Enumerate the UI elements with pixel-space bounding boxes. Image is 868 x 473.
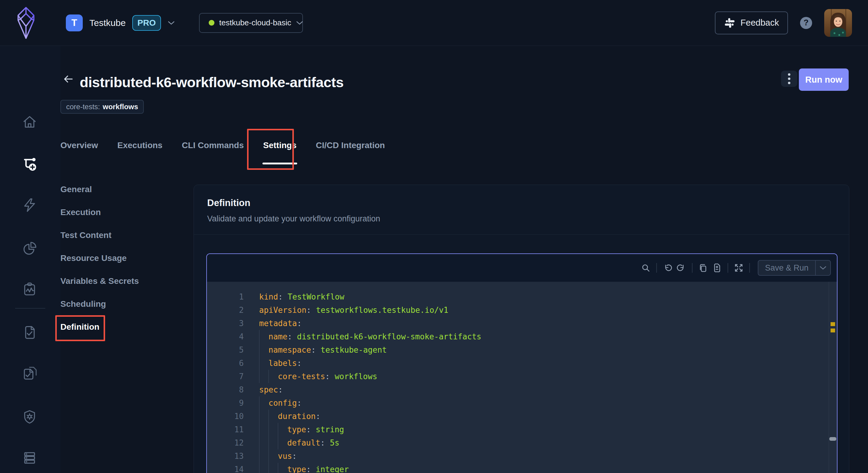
yaml-key: type <box>287 465 306 473</box>
home-icon <box>22 114 37 130</box>
panel-subtitle: Validate and update your workflow config… <box>207 214 836 224</box>
settings-nav-scheduling[interactable]: Scheduling <box>60 299 139 309</box>
code-line[interactable]: 5namespace:testkube-agent <box>207 343 837 357</box>
line-number: 8 <box>207 385 244 394</box>
code-line[interactable]: 8spec: <box>207 383 837 396</box>
sidebar-item-tests[interactable] <box>21 324 38 341</box>
paste-diff-icon[interactable] <box>710 261 724 275</box>
yaml-key: default <box>287 438 320 447</box>
colon: : <box>287 332 292 341</box>
colon: : <box>278 292 283 301</box>
org-switcher[interactable]: T Testkube PRO <box>66 14 175 31</box>
code-line[interactable]: 14type:integer <box>207 463 837 473</box>
sidebar <box>0 46 60 473</box>
sidebar-item-test-suites[interactable] <box>21 365 38 381</box>
line-number: 6 <box>207 359 244 368</box>
yaml-editor: Save & Run 1kind:TestWorkflow 2apiVersio… <box>206 254 837 473</box>
code-area[interactable]: 1kind:TestWorkflow 2apiVersion:testworkf… <box>207 282 837 473</box>
code-line[interactable]: 2apiVersion:testworkflows.testkube.io/v1 <box>207 303 837 317</box>
arrow-left-icon <box>63 73 74 85</box>
colon: : <box>292 451 297 461</box>
settings-nav-variables-secrets[interactable]: Variables & Secrets <box>60 276 139 286</box>
settings-nav-resource-usage[interactable]: Resource Usage <box>60 254 139 263</box>
code-line[interactable]: 13vus: <box>207 449 837 463</box>
colon: : <box>297 399 302 408</box>
sidebar-item-triggers[interactable] <box>21 197 38 213</box>
page-title: distributed-k6-workflow-smoke-artifacts <box>80 74 344 91</box>
run-now-button[interactable]: Run now <box>799 68 849 91</box>
sidebar-item-add-workflow[interactable] <box>21 155 38 172</box>
yaml-key: labels <box>269 359 297 368</box>
tab-settings[interactable]: Settings <box>263 141 296 164</box>
slack-icon <box>724 17 736 29</box>
line-number: 7 <box>207 372 244 381</box>
editor-overview-ruler[interactable] <box>829 282 837 473</box>
chevron-down-icon <box>819 266 827 270</box>
fullscreen-icon[interactable] <box>732 261 746 275</box>
yaml-key: name <box>269 332 287 341</box>
back-button[interactable] <box>62 72 75 86</box>
line-number: 4 <box>207 332 244 341</box>
sidebar-item-services[interactable] <box>21 449 38 466</box>
environment-selector[interactable]: testkube-cloud-basic <box>199 13 303 33</box>
tab-cli-commands[interactable]: CLI Commands <box>182 141 244 164</box>
yaml-value: workflows <box>335 372 377 381</box>
clipboard-pulse-icon <box>22 281 37 297</box>
line-number: 9 <box>207 399 244 408</box>
testkube-logo-icon[interactable] <box>16 6 36 39</box>
code-line[interactable]: 10duration: <box>207 410 837 423</box>
more-actions-button[interactable] <box>781 71 797 87</box>
documents-stack-icon <box>22 365 37 381</box>
search-icon[interactable] <box>639 261 653 275</box>
settings-nav-execution[interactable]: Execution <box>60 207 139 217</box>
colon: : <box>306 465 311 473</box>
line-number: 10 <box>207 412 244 421</box>
tab-cicd-integration[interactable]: CI/CD Integration <box>316 141 385 164</box>
code-line[interactable]: 3metadata: <box>207 317 837 330</box>
line-number: 11 <box>207 425 244 434</box>
line-number: 14 <box>207 465 244 473</box>
settings-nav-definition[interactable]: Definition <box>60 322 139 332</box>
code-line[interactable]: 4name:distributed-k6-workflow-smoke-arti… <box>207 330 837 343</box>
sidebar-item-home[interactable] <box>21 114 38 131</box>
sidebar-item-insights[interactable] <box>21 240 38 257</box>
code-line[interactable]: 11type:string <box>207 423 837 436</box>
redo-icon[interactable] <box>674 261 688 275</box>
code-line[interactable]: 7core-tests:workflows <box>207 370 837 383</box>
server-stack-icon <box>22 450 37 466</box>
help-icon[interactable]: ? <box>800 17 812 29</box>
tab-overview[interactable]: Overview <box>60 141 98 164</box>
scrollbar-thumb[interactable] <box>829 437 836 441</box>
lightning-icon <box>22 197 37 213</box>
code-line[interactable]: 12default:5s <box>207 436 837 449</box>
plan-badge: PRO <box>132 15 161 31</box>
undo-icon[interactable] <box>660 261 674 275</box>
colon: : <box>278 385 283 394</box>
code-line[interactable]: 1kind:TestWorkflow <box>207 290 837 303</box>
line-number: 1 <box>207 292 244 301</box>
colon: : <box>316 412 320 421</box>
save-and-run-button[interactable]: Save & Run <box>758 260 831 276</box>
yaml-value: 5s <box>330 438 339 447</box>
sidebar-item-agents[interactable] <box>21 408 38 425</box>
save-and-run-label: Save & Run <box>758 261 815 275</box>
save-options-chevron[interactable] <box>816 261 830 275</box>
yaml-value: TestWorkflow <box>287 292 344 301</box>
code-line[interactable]: 9config: <box>207 396 837 410</box>
chevron-down-icon <box>296 21 303 25</box>
code-line[interactable]: 6labels: <box>207 357 837 370</box>
copy-icon[interactable] <box>696 261 710 275</box>
settings-nav-general[interactable]: General <box>60 184 139 195</box>
colon: : <box>325 372 330 381</box>
tab-bar: Overview Executions CLI Commands Setting… <box>60 141 385 164</box>
user-avatar[interactable] <box>824 9 852 37</box>
tab-executions[interactable]: Executions <box>118 141 162 164</box>
label-key: core-tests: <box>66 103 100 111</box>
add-workflow-icon <box>22 155 37 171</box>
feedback-button[interactable]: Feedback <box>715 11 788 34</box>
line-number: 12 <box>207 438 244 447</box>
sidebar-item-monitoring[interactable] <box>21 281 38 298</box>
settings-nav-test-content[interactable]: Test Content <box>60 231 139 240</box>
colon: : <box>307 306 311 315</box>
ruler-marker <box>831 322 835 326</box>
